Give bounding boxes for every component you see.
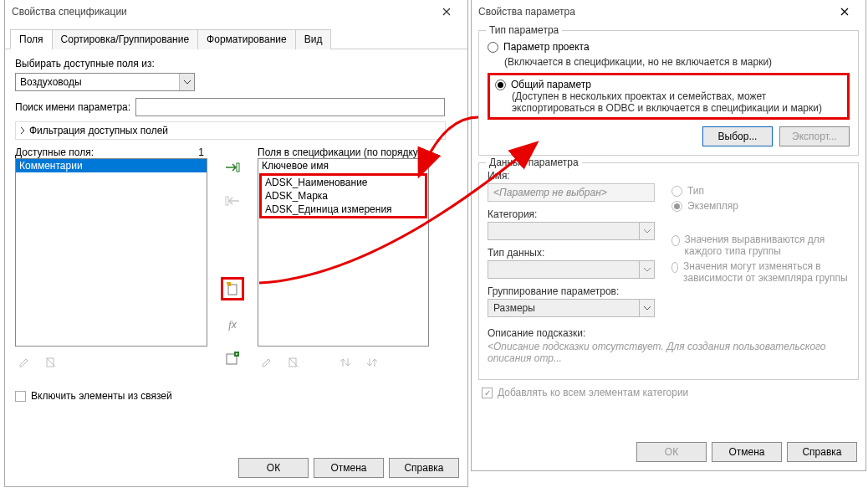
datatype-label: Тип данных: <box>488 247 663 259</box>
category-value: Воздуховоды <box>20 76 82 88</box>
search-input[interactable] <box>135 98 445 116</box>
list-item[interactable]: ADSK_Единица измерения <box>262 203 425 216</box>
available-list[interactable]: Комментарии <box>15 158 207 347</box>
scheduled-label: Поля в спецификации (по порядку): <box>258 146 429 158</box>
category-combo[interactable]: Воздуховоды <box>15 73 195 91</box>
available-label: Доступные поля: <box>15 146 94 158</box>
tooltip-placeholder: <Описание подсказки отсутствует. Для соз… <box>488 341 850 364</box>
available-count: 1 <box>198 146 207 158</box>
tooltip-label: Описание подсказки: <box>488 327 850 339</box>
ok-button[interactable]: ОК <box>238 458 309 478</box>
filter-toggle[interactable]: Фильтрация доступных полей <box>15 121 446 140</box>
list-item[interactable]: Ключевое имя <box>258 159 428 172</box>
datatype-select <box>488 260 655 279</box>
parameter-properties-dialog: Свойства параметра Тип параметра Парамет… <box>471 0 866 471</box>
edit-icon[interactable] <box>15 353 33 372</box>
chevron-down-icon <box>179 74 194 90</box>
tab-format[interactable]: Форматирование <box>197 29 296 49</box>
search-label: Поиск имени параметра: <box>15 101 130 113</box>
category-label: Категория: <box>488 208 663 220</box>
fx-icon[interactable]: fx <box>223 316 242 334</box>
cancel-button[interactable]: Отмена <box>712 442 782 462</box>
radio-instance <box>671 201 682 212</box>
select-from-label: Выбирать доступные поля из: <box>15 58 457 69</box>
shared-desc: (Доступен в нескольких проектах и семейс… <box>512 90 842 114</box>
name-input: <Параметр не выбран> <box>488 183 655 202</box>
ok-button: ОК <box>636 442 707 462</box>
titlebar[interactable]: Свойства спецификации <box>5 0 467 23</box>
titlebar[interactable]: Свойства параметра <box>472 0 865 23</box>
cancel-button[interactable]: Отмена <box>314 458 384 478</box>
add-to-all-label: Добавлять ко всем элементам категории <box>498 387 688 398</box>
param-type-group: Тип параметра Параметр проекта (Включает… <box>478 30 859 156</box>
tab-fields[interactable]: Поля <box>10 29 53 49</box>
radio-shared-label: Общий параметр <box>511 79 591 90</box>
tab-view[interactable]: Вид <box>295 29 332 49</box>
list-item[interactable]: ADSK_Марка <box>262 189 425 203</box>
svg-point-4 <box>227 284 230 286</box>
svg-rect-1 <box>237 163 239 172</box>
filter-label: Фильтрация доступных полей <box>29 125 168 136</box>
remove-field-icon[interactable] <box>223 192 242 210</box>
select-button[interactable]: Выбор... <box>702 126 773 146</box>
tabs: Поля Сортировка/Группирование Форматиров… <box>5 23 467 49</box>
close-icon[interactable] <box>432 3 461 21</box>
category-select <box>488 222 655 240</box>
radio-type <box>671 186 682 197</box>
radio-shared-param[interactable] <box>495 80 506 90</box>
help-button[interactable]: Справка <box>389 458 459 478</box>
param-data-group: Данные параметра Имя: <Параметр не выбра… <box>478 162 859 380</box>
group-select[interactable]: Размеры <box>488 299 655 317</box>
chevron-right-icon <box>19 127 26 134</box>
move-down-icon[interactable] <box>363 353 381 372</box>
help-button[interactable]: Справка <box>787 442 857 462</box>
include-linked-checkbox[interactable] <box>15 391 26 402</box>
add-to-all-checkbox <box>482 388 493 398</box>
radio-project-label: Параметр проекта <box>503 41 590 53</box>
svg-rect-2 <box>226 197 228 205</box>
tab-sort[interactable]: Сортировка/Группирование <box>52 29 199 49</box>
list-item[interactable]: ADSK_Наименование <box>262 176 425 189</box>
list-item[interactable]: Комментарии <box>16 159 207 172</box>
schedule-properties-dialog: Свойства спецификации Поля Сортировка/Гр… <box>4 0 468 487</box>
radio-project-param[interactable] <box>488 42 498 53</box>
dialog-title: Свойства спецификации <box>12 6 432 18</box>
delete-icon[interactable] <box>284 353 303 372</box>
edit-icon[interactable] <box>258 353 276 372</box>
group-label: Данные параметра <box>486 157 582 168</box>
scheduled-list[interactable]: Ключевое имя ADSK_Наименование ADSK_Марк… <box>258 158 429 347</box>
new-parameter-icon[interactable] <box>221 277 244 300</box>
close-icon[interactable] <box>830 3 859 21</box>
export-button: Экспорт... <box>779 126 850 146</box>
move-up-icon[interactable] <box>336 353 355 372</box>
add-field-icon[interactable] <box>223 158 242 177</box>
radio-align-group <box>671 235 680 246</box>
include-linked-label: Включить элементы из связей <box>31 390 172 402</box>
group-label-2: Группирование параметров: <box>488 285 663 297</box>
dialog-title: Свойства параметра <box>478 6 830 18</box>
delete-icon[interactable] <box>42 353 60 372</box>
project-desc: (Включается в спецификации, но не включа… <box>504 56 850 68</box>
combine-icon[interactable] <box>223 349 242 367</box>
radio-vary-group <box>671 262 678 273</box>
group-label: Тип параметра <box>486 24 562 36</box>
name-label: Имя: <box>488 170 663 182</box>
